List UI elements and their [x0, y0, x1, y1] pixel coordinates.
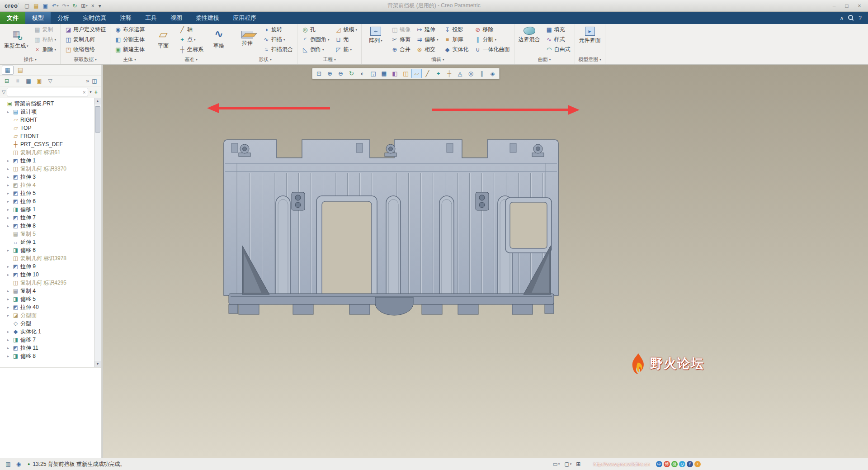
extrude-button[interactable]: 拉伸	[236, 25, 259, 47]
thicken-button[interactable]: ≡加厚	[442, 35, 471, 44]
detach-panel-icon[interactable]: ◫	[90, 78, 99, 84]
expand-arrow-icon[interactable]: ▸	[7, 297, 12, 301]
boundary-blend-button[interactable]: 边界混合	[517, 25, 542, 44]
tree-item[interactable]: ▸ ◨ 偏移 8	[0, 352, 94, 360]
shrinkwrap-button[interactable]: ◰收缩包络	[63, 45, 108, 54]
expand-arrow-icon[interactable]: ▸	[7, 248, 12, 252]
graphics-area[interactable]: ⊡ ⊕ ⊖ ↻ ◐ ◱ ▦ ◧ ◫ ▱	[103, 65, 868, 458]
ribbon-tab[interactable]: 应用程序	[226, 12, 263, 24]
boolean-operations-button[interactable]: ◉布尔运算	[113, 25, 146, 34]
tree-item[interactable]: ▱ FRONT	[0, 132, 94, 140]
component-interface-button[interactable]: 元件界面	[577, 25, 603, 45]
tree-item[interactable]: ▸ ◨ 偏移 7	[0, 336, 94, 344]
collapse-ribbon-icon[interactable]: ∧	[840, 15, 844, 21]
tree-item[interactable]: ▱ TOP	[0, 124, 94, 132]
datum-csys-button[interactable]: ┼坐标系	[177, 45, 205, 54]
tree-item[interactable]: ▸ ◨ 偏移 6	[0, 246, 94, 254]
viewer-tool-icon[interactable]: ┼	[444, 69, 454, 78]
ribbon-tab[interactable]: 文件	[0, 12, 25, 24]
expand-arrow-icon[interactable]: ▸	[7, 305, 12, 309]
sweep-button[interactable]: ∿扫描▾	[261, 35, 295, 44]
datum-group-footer[interactable]: 基准▾	[151, 55, 231, 64]
status-tool-icon[interactable]: ◉	[14, 460, 23, 468]
tree-item[interactable]: ◫ 复制几何 标识3978	[0, 254, 94, 262]
maximize-button[interactable]: □	[841, 2, 853, 10]
ribbon-tab[interactable]: 实时仿真	[76, 12, 113, 24]
status-right-button[interactable]: ⊞	[575, 461, 582, 468]
offset-button[interactable]: ⇉偏移▾	[414, 35, 440, 44]
scrollbar-thumb[interactable]	[95, 106, 100, 133]
mirror-button[interactable]: ◫镜像	[389, 25, 412, 34]
get-data-group-footer[interactable]: 获取数据▾	[63, 55, 108, 64]
tree-item[interactable]: ▸ ◩ 拉伸 4	[0, 181, 94, 189]
tree-item[interactable]: ▣ 背架前挡板.PRT	[0, 100, 94, 108]
rib-button[interactable]: ◸筋▾	[333, 45, 359, 54]
viewer-tool-icon[interactable]: ╱	[422, 69, 433, 78]
tree-item[interactable]: ▸ ◩ 拉伸 9	[0, 262, 94, 271]
viewer-tool-icon[interactable]: ◈	[487, 69, 498, 78]
engineering-group-footer[interactable]: 工程▾	[300, 55, 359, 64]
tree-item[interactable]: ▸ ◩ 拉伸 3	[0, 173, 94, 181]
expand-arrow-icon[interactable]: ▸	[7, 354, 12, 358]
expand-arrow-icon[interactable]: ▸	[7, 110, 12, 114]
qat-button[interactable]: ↶▾	[51, 2, 60, 9]
close-button[interactable]: ×	[854, 2, 865, 10]
ribbon-tab[interactable]: 工具	[138, 12, 164, 24]
qat-button[interactable]: ⊞▾	[80, 2, 89, 9]
scroll-up-icon[interactable]: ▲	[94, 98, 101, 104]
minimize-button[interactable]: –	[828, 2, 840, 10]
toolbar-overflow-icon[interactable]: »	[86, 78, 89, 84]
expand-arrow-icon[interactable]: ▸	[7, 346, 12, 350]
qat-button[interactable]: ▢	[23, 2, 31, 9]
search-options-icon[interactable]: ▾	[90, 90, 91, 94]
copy-geometry-button[interactable]: ◫复制几何	[63, 35, 108, 44]
remove-button[interactable]: ⊘移除	[472, 25, 512, 34]
ribbon-tab[interactable]: 分析	[51, 12, 76, 24]
qat-button[interactable]: ▾	[97, 2, 103, 9]
fill-button[interactable]: ▦填充	[544, 25, 572, 34]
status-tool-icon[interactable]: ▥	[4, 460, 13, 468]
navigator-tab[interactable]: ▦	[2, 66, 14, 75]
tree-item[interactable]: ▸ ◩ 拉伸 6	[0, 197, 94, 205]
qat-button[interactable]: ↷▾	[61, 2, 71, 9]
viewer-tool-icon[interactable]: ◧	[390, 69, 400, 78]
qat-button[interactable]: ▣	[42, 2, 50, 9]
chamfer-button[interactable]: ◺倒角▾	[300, 45, 331, 54]
editing-group-footer[interactable]: 编辑▾	[364, 55, 512, 64]
expand-arrow-icon[interactable]: ▸	[7, 199, 12, 204]
ribbon-tab[interactable]: 柔性建模	[189, 12, 226, 24]
viewer-tool-icon[interactable]: ⊕	[325, 69, 335, 78]
viewer-tool-icon[interactable]: ◬	[455, 69, 465, 78]
trim-button[interactable]: ✂修剪	[389, 35, 412, 44]
split-body-button[interactable]: ◧分割主体	[113, 35, 146, 44]
tree-item[interactable]: ▸ ◨ 偏移 5	[0, 295, 94, 303]
shapes-group-footer[interactable]: 形状▾	[236, 55, 295, 64]
unite-surface-button[interactable]: ∪一体化曲面	[472, 45, 512, 54]
viewer-tool-icon[interactable]: ⊖	[335, 69, 346, 78]
expand-arrow-icon[interactable]: ▸	[7, 175, 12, 179]
viewer-tool-icon[interactable]: ▦	[379, 69, 389, 78]
merge-button[interactable]: ⊕合并	[389, 45, 412, 54]
udf-button[interactable]: ◪用户定义特征	[63, 25, 108, 34]
pattern-button[interactable]: 阵列▾	[364, 25, 387, 45]
add-filter-icon[interactable]: +	[93, 89, 99, 95]
expand-arrow-icon[interactable]: ▸	[7, 265, 12, 269]
viewer-tool-icon[interactable]: ▱	[411, 69, 422, 78]
viewer-tool-icon[interactable]: ◱	[368, 69, 378, 78]
qat-button[interactable]: ▤	[32, 2, 40, 9]
datum-point-button[interactable]: +点▾	[177, 35, 205, 44]
tree-item[interactable]: ▸ ▤ 设计项	[0, 108, 94, 116]
help-icon[interactable]: ?	[859, 15, 862, 21]
tree-item[interactable]: ▸ ◩ 拉伸 8	[0, 222, 94, 230]
status-right-button[interactable]: ▭▾	[552, 461, 561, 468]
navigator-tab[interactable]: ▤	[14, 66, 26, 75]
tree-item[interactable]: ↔ 延伸 1	[0, 238, 94, 246]
tree-item[interactable]: ▱ RIGHT	[0, 116, 94, 124]
swept-blend-button[interactable]: ≈扫描混合	[261, 45, 295, 54]
tree-item[interactable]: ▸ ◩ 拉伸 1	[0, 157, 94, 165]
tree-item[interactable]: ▸ ◩ 拉伸 7	[0, 214, 94, 222]
expand-arrow-icon[interactable]: ▸	[7, 208, 12, 212]
tree-item[interactable]: ▸ ◩ 拉伸 11	[0, 344, 94, 352]
sketch-button[interactable]: 草绘	[207, 25, 231, 50]
tree-item[interactable]: ▸ ◪ 分型面	[0, 311, 94, 319]
